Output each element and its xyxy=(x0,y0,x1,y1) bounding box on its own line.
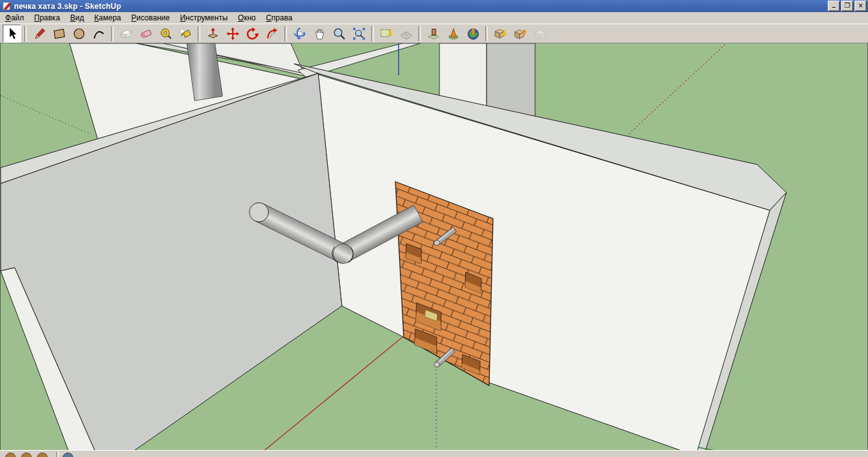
terrain-icon xyxy=(399,27,413,41)
style-sphere-icon[interactable] xyxy=(5,453,16,457)
add-building-icon xyxy=(446,27,460,41)
move-arrows-icon xyxy=(226,27,240,41)
get-models-icon xyxy=(494,27,508,41)
add-new-building-button[interactable] xyxy=(444,24,462,43)
zoom-extents-button[interactable] xyxy=(349,24,368,43)
pencil-icon xyxy=(33,27,47,41)
toggle-terrain-button[interactable] xyxy=(397,24,415,43)
small-pipe-cap xyxy=(434,240,440,245)
style-sphere-icon[interactable] xyxy=(21,453,32,457)
restore-button[interactable]: ❐ xyxy=(841,1,853,11)
bottom-toolbar-strip xyxy=(0,450,868,457)
eraser-tool-button[interactable] xyxy=(136,24,155,43)
sketchup-app-icon xyxy=(3,1,12,11)
toolbar xyxy=(0,24,868,43)
rectangle-icon xyxy=(52,27,66,41)
toolbar-separator xyxy=(198,26,200,41)
share-model-button[interactable] xyxy=(511,24,529,43)
model-canvas[interactable] xyxy=(1,43,867,450)
tape-measure-button[interactable] xyxy=(156,24,175,43)
get-models-button[interactable] xyxy=(491,24,510,43)
menu-bar: Файл Правка Вид Камера Рисование Инструм… xyxy=(0,12,868,24)
circle-tool-button[interactable] xyxy=(70,24,88,43)
zoom-extents-icon xyxy=(352,27,366,41)
paint-bucket-button[interactable] xyxy=(176,24,195,43)
zoom-icon xyxy=(332,27,346,41)
menu-tools[interactable]: Инструменты xyxy=(175,13,233,24)
toolbar-separator xyxy=(418,26,421,41)
window-title: печка хата 3.skp - SketchUp xyxy=(14,2,827,11)
google-earth-button[interactable] xyxy=(464,24,482,43)
move-tool-button[interactable] xyxy=(223,24,242,43)
toolbar-separator xyxy=(24,26,27,41)
menu-file[interactable]: Файл xyxy=(0,13,29,24)
rectangle-tool-button[interactable] xyxy=(50,24,68,43)
paint-bucket-icon xyxy=(179,27,193,41)
title-bar: печка хата 3.skp - SketchUp _ ❐ × xyxy=(0,0,868,12)
push-pull-button[interactable] xyxy=(203,24,222,43)
style-sphere-icon[interactable] xyxy=(37,453,48,457)
eraser-icon xyxy=(139,27,153,41)
add-location-button[interactable] xyxy=(377,24,395,43)
tape-measure-icon xyxy=(159,27,173,41)
menu-draw[interactable]: Рисование xyxy=(126,13,175,24)
pan-tool-button[interactable] xyxy=(310,24,328,43)
google-earth-icon xyxy=(466,27,480,41)
rotate-icon xyxy=(246,27,260,41)
circle-icon xyxy=(72,27,86,41)
zoom-tool-button[interactable] xyxy=(330,24,348,43)
orbit-icon xyxy=(293,27,307,41)
small-pipe-cap xyxy=(434,362,440,367)
sketchup-window: печка хата 3.skp - SketchUp _ ❐ × Файл П… xyxy=(0,0,868,457)
arc-tool-button[interactable] xyxy=(89,24,108,43)
offset-icon xyxy=(265,27,279,41)
style-sphere-blue-icon[interactable] xyxy=(63,453,73,457)
flue-pipe-elbow-joint xyxy=(334,244,353,264)
menu-view[interactable]: Вид xyxy=(65,13,89,24)
toolbar-separator xyxy=(371,26,374,41)
toolbar-separator xyxy=(284,26,287,41)
menu-window[interactable]: Окно xyxy=(233,13,261,24)
photo-textures-icon xyxy=(427,27,441,41)
menu-edit[interactable]: Правка xyxy=(29,13,66,24)
right-far-strip-sliver xyxy=(487,43,535,117)
photo-textures-button[interactable] xyxy=(424,24,443,43)
offset-tool-button[interactable] xyxy=(263,24,281,43)
share-component-icon xyxy=(533,27,547,41)
toolbar-separator xyxy=(111,26,114,41)
share-component-button[interactable] xyxy=(531,24,549,43)
component-box-icon xyxy=(119,27,133,41)
close-button[interactable]: × xyxy=(855,1,867,11)
menu-help[interactable]: Справа xyxy=(261,13,297,24)
toolbar-separator xyxy=(485,26,488,41)
minimize-button[interactable]: _ xyxy=(828,1,840,11)
viewport-3d[interactable] xyxy=(0,43,868,450)
flue-pipe-end-cap xyxy=(249,203,268,222)
line-tool-button[interactable] xyxy=(30,24,48,43)
menu-camera[interactable]: Камера xyxy=(89,13,126,24)
share-model-icon xyxy=(513,27,527,41)
push-pull-icon xyxy=(206,27,220,41)
arc-icon xyxy=(92,27,106,41)
select-tool-button[interactable] xyxy=(3,24,21,43)
toolbar-separator xyxy=(56,452,59,457)
orbit-tool-button[interactable] xyxy=(290,24,309,43)
select-arrow-icon xyxy=(5,27,19,41)
rotate-tool-button[interactable] xyxy=(243,24,261,43)
make-component-button[interactable] xyxy=(117,24,135,43)
add-location-icon xyxy=(379,27,394,41)
pan-hand-icon xyxy=(313,27,327,41)
